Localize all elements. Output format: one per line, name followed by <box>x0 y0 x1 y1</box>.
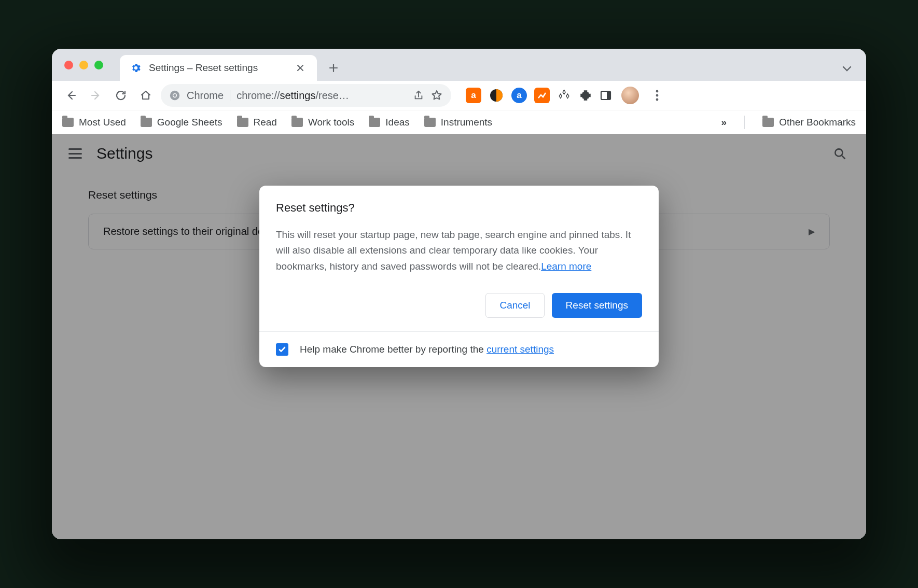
tabs-dropdown-button[interactable] <box>842 65 852 72</box>
close-window-button[interactable] <box>64 61 73 69</box>
bookmarks-overflow-button[interactable]: » <box>721 117 727 128</box>
cancel-button[interactable]: Cancel <box>485 293 544 318</box>
extension-icon[interactable] <box>489 88 504 103</box>
omnibox-prefix: Chrome <box>187 90 224 102</box>
other-bookmarks-folder[interactable]: Other Bookmarks <box>762 117 856 128</box>
profile-avatar[interactable] <box>621 87 639 104</box>
footer-text: Help make Chrome better by reporting the… <box>300 344 554 355</box>
dialog-body: This will reset your startup page, new t… <box>276 227 642 274</box>
extension-icon[interactable] <box>534 88 550 103</box>
reload-button[interactable] <box>111 86 131 105</box>
new-tab-button[interactable] <box>323 58 344 78</box>
svg-point-2 <box>173 94 176 97</box>
dialog-footer: Help make Chrome better by reporting the… <box>259 331 659 367</box>
window-controls <box>64 49 103 81</box>
folder-icon <box>762 118 774 127</box>
tab-strip: Settings – Reset settings <box>52 49 866 81</box>
bookmark-folder[interactable]: Most Used <box>62 117 126 128</box>
separator <box>744 116 745 129</box>
folder-icon <box>237 118 248 127</box>
extension-icon[interactable] <box>557 88 572 103</box>
folder-icon <box>369 118 380 127</box>
learn-more-link[interactable]: Learn more <box>541 261 591 272</box>
svg-point-8 <box>656 99 659 101</box>
folder-icon <box>291 118 303 127</box>
bookmark-folder[interactable]: Google Sheets <box>141 117 222 128</box>
sidepanel-icon[interactable] <box>600 89 612 102</box>
home-button[interactable] <box>136 86 156 105</box>
folder-icon <box>424 118 436 127</box>
toolbar: Chrome chrome://settings/rese… a a <box>52 81 866 110</box>
svg-rect-5 <box>607 91 610 100</box>
browser-window: Settings – Reset settings <box>52 49 866 539</box>
chrome-logo-icon <box>169 90 180 101</box>
svg-point-6 <box>656 90 659 93</box>
bookmark-folder[interactable]: Read <box>237 117 277 128</box>
svg-point-7 <box>656 94 659 97</box>
forward-button[interactable] <box>86 86 106 105</box>
reset-settings-button[interactable]: Reset settings <box>552 293 642 318</box>
back-button[interactable] <box>61 86 81 105</box>
extensions-menu-icon[interactable] <box>579 89 592 102</box>
url-text: chrome://settings/rese… <box>237 90 349 102</box>
chrome-menu-button[interactable] <box>647 86 667 105</box>
modal-scrim: Reset settings? This will reset your sta… <box>52 134 866 539</box>
current-settings-link[interactable]: current settings <box>486 344 554 355</box>
bookmark-folder[interactable]: Ideas <box>369 117 409 128</box>
browser-tab[interactable]: Settings – Reset settings <box>120 55 317 81</box>
close-tab-button[interactable] <box>294 62 307 74</box>
extensions-row: a a <box>466 88 612 103</box>
address-bar[interactable]: Chrome chrome://settings/rese… <box>161 84 451 107</box>
extension-icon[interactable]: a <box>466 88 481 103</box>
report-checkbox[interactable] <box>276 343 288 356</box>
minimize-window-button[interactable] <box>79 61 88 69</box>
dialog-actions: Cancel Reset settings <box>276 293 642 318</box>
bookmark-bar: Most Used Google Sheets Read Work tools … <box>52 110 866 134</box>
reset-settings-dialog: Reset settings? This will reset your sta… <box>259 186 659 367</box>
separator <box>230 90 230 101</box>
maximize-window-button[interactable] <box>94 61 103 69</box>
bookmark-folder[interactable]: Work tools <box>291 117 354 128</box>
folder-icon <box>62 118 74 127</box>
tab-title: Settings – Reset settings <box>149 62 287 74</box>
gear-icon <box>130 62 142 74</box>
page-content: Settings Reset settings Restore settings… <box>52 134 866 539</box>
bookmark-star-icon[interactable] <box>430 89 443 102</box>
folder-icon <box>141 118 152 127</box>
bookmark-folder[interactable]: Instruments <box>424 117 492 128</box>
share-icon[interactable] <box>413 90 424 101</box>
extension-icon[interactable]: a <box>511 88 527 103</box>
dialog-title: Reset settings? <box>276 201 642 215</box>
